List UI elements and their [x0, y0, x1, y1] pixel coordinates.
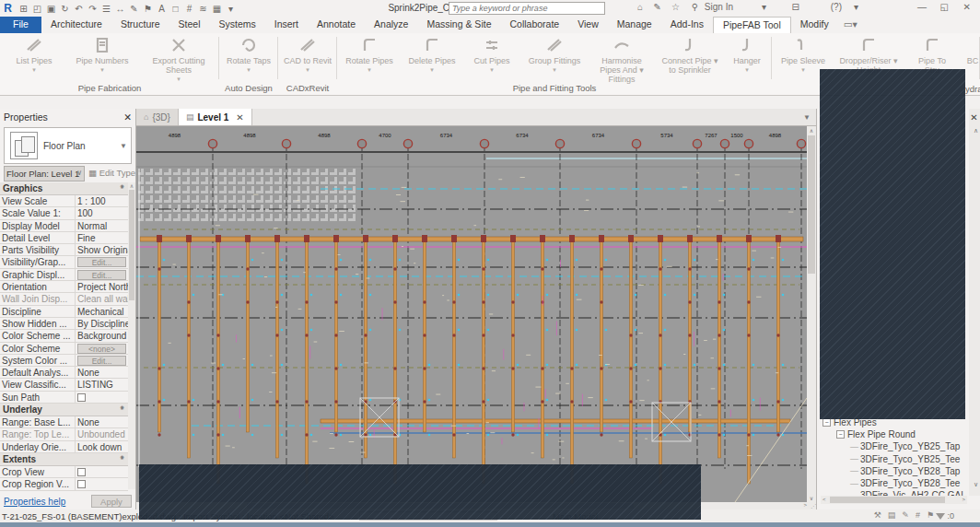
branch-pipe[interactable]	[187, 239, 190, 458]
scroll-right-icon[interactable]: >	[803, 502, 807, 508]
property-value[interactable]: Edit...	[76, 355, 128, 366]
section-header-extents[interactable]: Extents⁕	[0, 453, 128, 466]
property-value[interactable]: Background	[76, 330, 128, 341]
send-feedback-icon[interactable]: ✎	[654, 2, 661, 12]
tag-icon[interactable]: ⚑	[142, 4, 154, 14]
property-value[interactable]: Clean all wall j...	[76, 293, 128, 304]
switch-windows-icon[interactable]: ▦	[211, 4, 223, 14]
scroll-up-icon[interactable]: ∧	[974, 127, 978, 135]
branch-pipe[interactable]	[452, 239, 455, 458]
scroll-up-icon[interactable]: ∧	[807, 127, 816, 134]
dropdown-arrow-icon[interactable]: ▾	[521, 65, 588, 75]
save-icon[interactable]: ▣	[45, 4, 57, 14]
ribbon-tab-pipefab-tool[interactable]: PipeFAB Tool	[713, 17, 791, 33]
sprinkler-main-pipe[interactable]	[140, 237, 803, 241]
branch-pipe[interactable]	[570, 239, 573, 484]
property-value[interactable]: LISTING	[76, 379, 128, 390]
ribbon-tab-systems[interactable]: Systems	[210, 17, 265, 33]
thin-lines-icon[interactable]: ≋	[197, 4, 209, 14]
rotate-taps-button[interactable]: Rotate Taps▾	[221, 35, 276, 75]
ribbon-tab-collaborate[interactable]: Collaborate	[500, 17, 568, 33]
scroll-right-icon[interactable]: >	[962, 497, 965, 502]
dropdown-arrow-icon[interactable]: ▾	[402, 65, 462, 75]
property-value[interactable]: <none>	[76, 343, 128, 354]
cut-pipes-button[interactable]: Cut Pipes▾	[464, 35, 519, 75]
browser-vertical-scrollbar[interactable]: ✕ ∧ ∨	[969, 109, 980, 496]
canvas-vertical-scrollbar[interactable]: ∧ ∨	[807, 126, 816, 502]
branch-pipe[interactable]	[747, 239, 750, 484]
search-input[interactable]	[449, 2, 605, 15]
section-collapse-icon[interactable]: ⁕	[119, 183, 125, 192]
help-dropdown-icon[interactable]: ▾	[854, 2, 858, 12]
branch-pipe[interactable]	[659, 239, 661, 484]
dropdown-arrow-icon[interactable]: ▾	[280, 65, 335, 75]
dropdown-arrow-icon[interactable]: ▾	[66, 65, 138, 75]
worksharing-icon[interactable]: ⚒	[874, 510, 881, 520]
property-value[interactable]: Project North	[76, 281, 128, 292]
ribbon-tab-view[interactable]: View	[568, 17, 608, 33]
property-value[interactable]: 1 : 100	[76, 195, 128, 206]
property-value[interactable]: Fine	[76, 232, 128, 243]
property-value[interactable]: None	[76, 416, 128, 427]
minimize-button[interactable]: —	[917, 2, 927, 12]
cart-icon[interactable]: ⊟	[792, 2, 799, 12]
connect-pipe-to-sprinkler-button[interactable]: Connect Pipe ▾to Sprinkler	[656, 35, 724, 75]
tree-item[interactable]: −Flex Pipe Round	[822, 428, 967, 440]
scroll-thumb[interactable]	[808, 135, 815, 274]
view-tab-close-icon[interactable]: ✕	[236, 112, 243, 123]
hanger-button[interactable]: Hanger▾	[726, 35, 768, 75]
property-edit-button[interactable]: Edit...	[77, 257, 126, 267]
scroll-down-icon[interactable]: ∨	[807, 495, 816, 501]
harmonise-pipes-and-fittings-button[interactable]: HarmonisePipes And ▾Fittings	[589, 35, 654, 84]
ribbon-collapse-icon[interactable]: ▭▾	[838, 17, 863, 33]
section-header-graphics[interactable]: Graphics⁕	[0, 182, 128, 195]
sync-with-central-icon[interactable]: ↻	[59, 4, 71, 14]
ribbon-tab-modify[interactable]: Modify	[791, 17, 838, 33]
ribbon-tab-steel[interactable]: Steel	[169, 17, 210, 33]
drawing-area[interactable]: 4898489848984700673467346734573472671500…	[136, 126, 807, 502]
search-exchange-icon[interactable]: ⌂	[637, 2, 643, 12]
export-cutting-sheets-button[interactable]: Export Cutting Sheets▾	[140, 35, 217, 84]
open-icon[interactable]: ◰	[31, 4, 43, 14]
tree-expander-icon[interactable]: −	[822, 418, 831, 427]
floor-plan-canvas[interactable]: 4898489848984700673467346734573472671500…	[136, 126, 807, 502]
properties-help-link[interactable]: Properties help	[4, 497, 65, 507]
type-selector[interactable]: Floor Plan ▼	[4, 127, 132, 164]
property-value[interactable]: Look down	[76, 441, 128, 452]
favorites-star-icon[interactable]: ☆	[671, 2, 680, 12]
scroll-up-icon[interactable]: ∧	[128, 182, 135, 189]
branch-pipe[interactable]	[718, 239, 720, 458]
ribbon-tab-file[interactable]: File	[0, 17, 41, 33]
scroll-left-icon[interactable]: <	[822, 497, 826, 502]
tree-item[interactable]: —3DFire_Tyco_YB28_Tee	[822, 477, 967, 489]
view-tab-level-1[interactable]: ▤Level 1✕	[179, 109, 252, 125]
scroll-down-icon[interactable]: ∨	[974, 481, 978, 488]
section-collapse-icon[interactable]: ⁕	[119, 454, 125, 463]
tree-item[interactable]: —3DFire_Tyco_YB28_Tap	[822, 465, 967, 477]
tree-item[interactable]: —3DFire_Tyco_YB25_Tap	[822, 440, 967, 452]
rotate-pipes-button[interactable]: Rotate Pipes▾	[339, 35, 400, 75]
view-tab-list-icon[interactable]: ▼	[798, 113, 816, 122]
pin-icon[interactable]: ⚑	[927, 510, 934, 520]
view-tab--3d-[interactable]: ⌂{3D}	[136, 109, 179, 125]
redo-icon[interactable]: ↷	[87, 4, 99, 14]
property-checkbox[interactable]	[77, 393, 86, 402]
properties-scrollbar[interactable]: ∧	[128, 182, 135, 489]
section-header-underlay[interactable]: Underlay⁕	[0, 404, 128, 416]
branch-pipe[interactable]	[482, 239, 484, 484]
type-selector-dropdown-icon[interactable]: ▼	[120, 142, 127, 150]
property-value[interactable]: By Discipline	[76, 318, 128, 329]
editable-only-icon[interactable]: ✎	[902, 510, 909, 520]
branch-pipe[interactable]	[393, 239, 396, 484]
measure-icon[interactable]: ↔	[114, 4, 126, 14]
aligned-dimension-icon[interactable]: ✎	[128, 4, 140, 14]
section-collapse-icon[interactable]: ⁕	[119, 404, 125, 413]
dropdown-arrow-icon[interactable]: ▾	[464, 65, 519, 75]
branch-pipe[interactable]	[216, 239, 219, 484]
apply-button[interactable]: Apply	[91, 495, 132, 508]
property-value[interactable]: Edit...	[76, 256, 128, 267]
tree-item[interactable]: —3DFire_Tyco_YB25_Tee	[822, 453, 967, 465]
default-3d-view-icon[interactable]: □	[169, 4, 181, 14]
branch-pipe[interactable]	[629, 239, 632, 458]
branch-pipe[interactable]	[541, 239, 543, 458]
